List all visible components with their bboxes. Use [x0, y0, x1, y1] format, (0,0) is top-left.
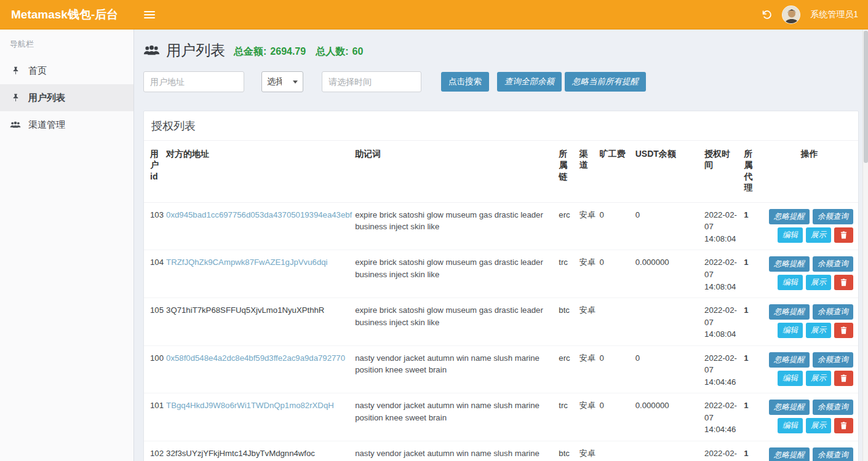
users-icon: [10, 120, 21, 129]
user-address-input[interactable]: [143, 71, 244, 92]
show-button[interactable]: 展示: [806, 371, 831, 386]
ignore-alert-button[interactable]: 忽略提醒: [769, 400, 810, 415]
edit-button[interactable]: 编辑: [778, 371, 803, 386]
cell-auth-time: 2022-02-07 14:08:04: [704, 202, 744, 250]
show-button[interactable]: 展示: [806, 418, 831, 433]
time-picker-input[interactable]: [322, 71, 421, 92]
authorization-table: 用户id 对方的地址 助记词 所属链 渠道 旷工费 USDT余额 授权时间 所属…: [144, 140, 858, 461]
query-all-balance-button[interactable]: 查询全部余额: [497, 72, 562, 92]
balance-query-button[interactable]: 余额查询: [813, 256, 853, 272]
col-header-mnemonic: 助记词: [355, 141, 559, 203]
page-scrollbar[interactable]: [862, 30, 868, 461]
cell-auth-time: 2022-02-07 14:04:46: [704, 441, 744, 461]
cell-chain: trc: [559, 250, 579, 298]
cell-mnemonic: expire brick satoshi glow museum gas dra…: [355, 250, 559, 298]
cell-address: 0xd945bad1cc697756d053da43705019394ea43e…: [166, 202, 355, 250]
search-button[interactable]: 点击搜索: [441, 72, 489, 92]
ignore-alert-button[interactable]: 忽略提醒: [769, 352, 810, 368]
cell-usdt-balance: [635, 441, 704, 461]
delete-button[interactable]: [834, 323, 853, 338]
cell-user-id: 101: [144, 393, 166, 441]
cell-agent: 1: [744, 250, 764, 298]
pin-icon: [10, 66, 21, 76]
ignore-alert-button[interactable]: 忽略提醒: [769, 209, 810, 224]
cell-channel: 安卓: [579, 441, 599, 461]
cell-channel: 安卓: [579, 298, 599, 346]
delete-button[interactable]: [834, 371, 853, 386]
edit-button[interactable]: 编辑: [778, 275, 803, 290]
col-header-address: 对方的地址: [166, 141, 355, 203]
user-avatar[interactable]: [782, 6, 800, 24]
table-row: 103 0xd945bad1cc697756d053da43705019394e…: [144, 202, 858, 250]
delete-button[interactable]: [834, 275, 853, 290]
page-title: 用户列表: [166, 41, 225, 60]
sidebar-item-label: 首页: [28, 65, 47, 77]
table-row: 105 3Q71hiT7kP68SFFUq5XjvLmo1NyuXPthhR e…: [144, 298, 858, 346]
cell-miner-fee: [600, 298, 635, 346]
refresh-icon[interactable]: [761, 9, 772, 20]
balance-query-button[interactable]: 余额查询: [813, 400, 853, 415]
cell-user-id: 105: [144, 298, 166, 346]
delete-button[interactable]: [834, 418, 853, 433]
address-value[interactable]: TBgq4HkdJ9W8o6rWi1TWDnQp1mo82rXDqH: [166, 401, 334, 410]
cell-miner-fee: 0: [600, 393, 635, 441]
edit-button[interactable]: 编辑: [778, 418, 803, 433]
cell-miner-fee: 0: [600, 345, 635, 393]
col-header-chain: 所属链: [559, 141, 579, 203]
cell-address: 3Q71hiT7kP68SFFUq5XjvLmo1NyuXPthhR: [166, 298, 355, 346]
col-header-user-id: 用户id: [144, 141, 166, 203]
show-button[interactable]: 展示: [806, 275, 831, 290]
total-amount-label: 总金额:: [234, 45, 266, 58]
cell-auth-time: 2022-02-07 14:08:04: [704, 250, 744, 298]
table-header-row: 用户id 对方的地址 助记词 所属链 渠道 旷工费 USDT余额 授权时间 所属…: [144, 141, 858, 203]
table-row: 102 32f3sUYzjYFkjHmtc14JbyTvMdgnn4wfoc n…: [144, 441, 858, 461]
cell-usdt-balance: 0.000000: [635, 250, 704, 298]
edit-button[interactable]: 编辑: [778, 323, 803, 338]
trash-icon: [840, 422, 847, 430]
cell-user-id: 104: [144, 250, 166, 298]
address-value: 32f3sUYzjYFkjHmtc14JbyTvMdgnn4wfoc: [166, 449, 315, 458]
cell-mnemonic: expire brick satoshi glow museum gas dra…: [355, 298, 559, 346]
ignore-alert-button[interactable]: 忽略提醒: [769, 447, 810, 461]
cell-auth-time: 2022-02-07 14:04:46: [704, 345, 744, 393]
col-header-miner-fee: 旷工费: [600, 141, 635, 203]
balance-query-button[interactable]: 余额查询: [813, 304, 853, 320]
ignore-alert-button[interactable]: 忽略提醒: [769, 304, 810, 320]
show-button[interactable]: 展示: [806, 227, 831, 243]
cell-mnemonic: nasty vendor jacket autumn win name slus…: [355, 345, 559, 393]
cell-usdt-balance: 0: [635, 202, 704, 250]
balance-query-button[interactable]: 余额查询: [813, 209, 853, 224]
hamburger-menu-icon[interactable]: [144, 11, 155, 18]
sidebar-item-user-list[interactable]: 用户列表: [0, 84, 133, 111]
sidebar-item-home[interactable]: 首页: [0, 57, 133, 84]
cell-chain: erc: [559, 345, 579, 393]
cell-channel: 安卓: [579, 250, 599, 298]
sidebar-item-channel-management[interactable]: 渠道管理: [0, 111, 133, 138]
cell-agent: 1: [744, 441, 764, 461]
cell-channel: 安卓: [579, 202, 599, 250]
total-amount-value: 2694.79: [270, 46, 306, 57]
address-value[interactable]: 0xd945bad1cc697756d053da43705019394ea43e…: [166, 210, 352, 219]
cell-user-id: 100: [144, 345, 166, 393]
delete-button[interactable]: [834, 227, 853, 243]
filter-select[interactable]: 选择: [261, 71, 303, 92]
cell-address: 0x58f0d548e4a2dc8e4bf59d3ffe2ac9a9da7927…: [166, 345, 355, 393]
cell-operations: 忽略提醒 余额查询 编辑 展示: [764, 250, 858, 298]
scrollbar-thumb[interactable]: [864, 31, 868, 163]
show-button[interactable]: 展示: [806, 323, 831, 338]
cell-agent: 1: [744, 393, 764, 441]
address-value[interactable]: TRZfJQhZk9CAmpwk87FwAZE1gJpVvu6dqi: [166, 258, 327, 267]
ignore-all-alerts-button[interactable]: 忽略当前所有提醒: [565, 72, 646, 92]
admin-user-label[interactable]: 系统管理员1: [810, 9, 858, 20]
col-header-operations: 操作: [764, 141, 858, 203]
balance-query-button[interactable]: 余额查询: [813, 352, 853, 368]
chevron-down-icon: [293, 81, 298, 84]
cell-channel: 安卓: [579, 345, 599, 393]
balance-query-button[interactable]: 余额查询: [813, 447, 853, 461]
ignore-alert-button[interactable]: 忽略提醒: [769, 256, 810, 272]
cell-chain: erc: [559, 202, 579, 250]
total-count-value: 60: [352, 46, 364, 57]
address-value[interactable]: 0x58f0d548e4a2dc8e4bf59d3ffe2ac9a9da7927…: [166, 353, 345, 363]
edit-button[interactable]: 编辑: [778, 227, 803, 243]
cell-channel: 安卓: [579, 393, 599, 441]
